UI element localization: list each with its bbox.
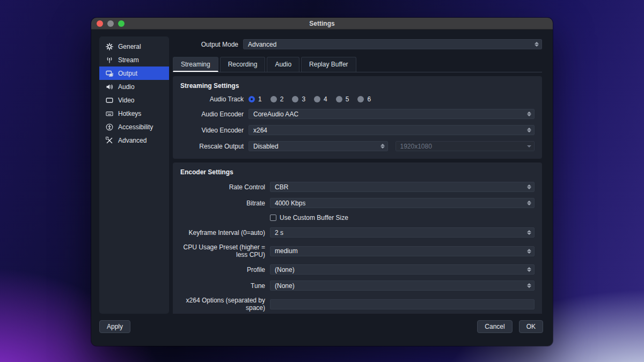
bitrate-spinbox[interactable]: 4000 Kbps [270, 198, 535, 208]
encoder-settings-title: Encoder Settings [180, 168, 535, 176]
radio-icon [292, 96, 298, 102]
x264-options-label: x264 Options (separated by space) [180, 297, 265, 312]
minimize-button[interactable] [107, 20, 114, 27]
stepper-icon [526, 198, 532, 208]
sidebar-item-label: Hotkeys [118, 110, 141, 117]
x264-options-row: x264 Options (separated by space) [180, 297, 535, 312]
rescale-output-label: Rescale Output [180, 143, 244, 150]
video-encoder-label: Video Encoder [180, 127, 244, 134]
cpu-preset-label: CPU Usage Preset (higher = less CPU) [180, 243, 265, 258]
video-encoder-select[interactable]: x264 [248, 125, 535, 135]
bitrate-label: Bitrate [180, 200, 265, 207]
audio-track-option-4[interactable]: 4 [314, 95, 327, 103]
profile-row: Profile (None) [180, 264, 535, 275]
close-button[interactable] [97, 20, 103, 27]
stepper-icon [526, 109, 532, 119]
sidebar-item-advanced[interactable]: Advanced [99, 134, 169, 147]
stepper-icon [379, 142, 386, 151]
output-mode-row: Output Mode Advanced [173, 39, 542, 49]
audio-track-option-3[interactable]: 3 [292, 95, 305, 103]
sidebar-item-label: Stream [118, 56, 139, 64]
radio-icon [270, 96, 277, 102]
audio-track-label: Audio Track [180, 95, 244, 103]
tune-label: Tune [180, 282, 265, 290]
settings-sidebar: General Stream Output Audio [99, 36, 169, 314]
chevron-down-icon [526, 142, 532, 151]
tune-row: Tune (None) [180, 280, 535, 291]
x264-options-input[interactable] [270, 299, 535, 309]
rescale-output-select[interactable]: Disabled [248, 141, 388, 151]
sidebar-item-label: Audio [118, 83, 135, 91]
stepper-icon [526, 265, 532, 274]
gear-icon [106, 43, 113, 50]
video-encoder-row: Video Encoder x264 [180, 125, 535, 135]
custom-buffer-checkbox[interactable] [270, 215, 276, 221]
titlebar: Settings [91, 18, 553, 29]
keyframe-interval-label: Keyframe Interval (0=auto) [180, 229, 265, 237]
dialog-footer: Apply Cancel OK [91, 314, 553, 346]
keyframe-interval-spinbox[interactable]: 2 s [270, 227, 535, 238]
cpu-preset-select[interactable]: medium [270, 246, 535, 256]
zoom-button[interactable] [118, 20, 125, 27]
sidebar-item-hotkeys[interactable]: Hotkeys [99, 107, 169, 120]
output-settings-content: Output Mode Advanced Streaming Recording… [173, 36, 542, 314]
sidebar-item-label: Accessibility [118, 123, 153, 131]
output-tabs: Streaming Recording Audio Replay Buffer [173, 57, 542, 72]
output-mode-select[interactable]: Advanced [243, 39, 542, 49]
tab-recording[interactable]: Recording [220, 57, 266, 72]
tab-replay-buffer[interactable]: Replay Buffer [301, 57, 356, 72]
rescale-output-row: Rescale Output Disabled 1920x1080 [180, 141, 535, 151]
sidebar-item-label: General [118, 43, 141, 50]
sidebar-item-accessibility[interactable]: Accessibility [99, 120, 169, 134]
sidebar-item-video[interactable]: Video [99, 93, 169, 107]
cancel-button[interactable]: Cancel [477, 320, 512, 333]
audio-track-option-2[interactable]: 2 [270, 95, 284, 103]
custom-buffer-row: Use Custom Buffer Size [180, 214, 535, 221]
sidebar-item-general[interactable]: General [99, 40, 169, 53]
stepper-icon [526, 281, 532, 290]
audio-track-option-6[interactable]: 6 [357, 95, 371, 103]
profile-label: Profile [180, 266, 265, 274]
encoder-settings-panel: Encoder Settings Rate Control CBR Bitrat… [173, 162, 542, 314]
antenna-icon [106, 56, 113, 64]
ok-button[interactable]: OK [519, 320, 543, 333]
audio-encoder-select[interactable]: CoreAudio AAC [248, 109, 535, 119]
settings-window: Settings General Stream Output [91, 18, 553, 346]
radio-icon [314, 96, 320, 102]
stepper-icon [526, 182, 532, 191]
cpu-preset-row: CPU Usage Preset (higher = less CPU) med… [180, 243, 535, 258]
stepper-icon [533, 40, 540, 49]
audio-track-radios: 1 2 3 4 5 6 [248, 95, 371, 103]
speaker-icon [106, 83, 113, 91]
rescale-resolution-select: 1920x1080 [396, 141, 535, 151]
accessibility-icon [106, 123, 113, 131]
custom-buffer-label: Use Custom Buffer Size [280, 214, 348, 221]
rate-control-select[interactable]: CBR [270, 182, 535, 192]
settings-body: General Stream Output Audio [91, 29, 553, 314]
output-mode-label: Output Mode [173, 41, 238, 48]
audio-track-row: Audio Track 1 2 3 4 5 6 [180, 95, 535, 103]
tab-streaming[interactable]: Streaming [173, 57, 218, 72]
radio-selected-icon [248, 96, 255, 102]
tab-audio[interactable]: Audio [267, 57, 299, 72]
sidebar-item-stream[interactable]: Stream [99, 53, 169, 67]
traffic-lights [97, 20, 125, 27]
monitor-icon [106, 97, 113, 104]
audio-encoder-row: Audio Encoder CoreAudio AAC [180, 109, 535, 119]
profile-select[interactable]: (None) [270, 264, 535, 275]
audio-track-option-5[interactable]: 5 [336, 95, 349, 103]
audio-encoder-label: Audio Encoder [180, 110, 244, 118]
stepper-icon [526, 247, 532, 256]
sidebar-item-audio[interactable]: Audio [99, 80, 169, 93]
rate-control-label: Rate Control [180, 183, 265, 191]
apply-button[interactable]: Apply [99, 320, 130, 333]
sidebar-item-output[interactable]: Output [99, 67, 169, 80]
streaming-settings-panel: Streaming Settings Audio Track 1 2 3 4 5… [173, 76, 542, 159]
bitrate-row: Bitrate 4000 Kbps [180, 198, 535, 208]
audio-track-option-1[interactable]: 1 [248, 95, 262, 103]
stepper-icon [526, 125, 532, 135]
sidebar-item-label: Advanced [118, 137, 147, 144]
keyframe-interval-row: Keyframe Interval (0=auto) 2 s [180, 227, 535, 238]
sidebar-item-label: Video [118, 97, 134, 104]
tune-select[interactable]: (None) [270, 280, 535, 291]
